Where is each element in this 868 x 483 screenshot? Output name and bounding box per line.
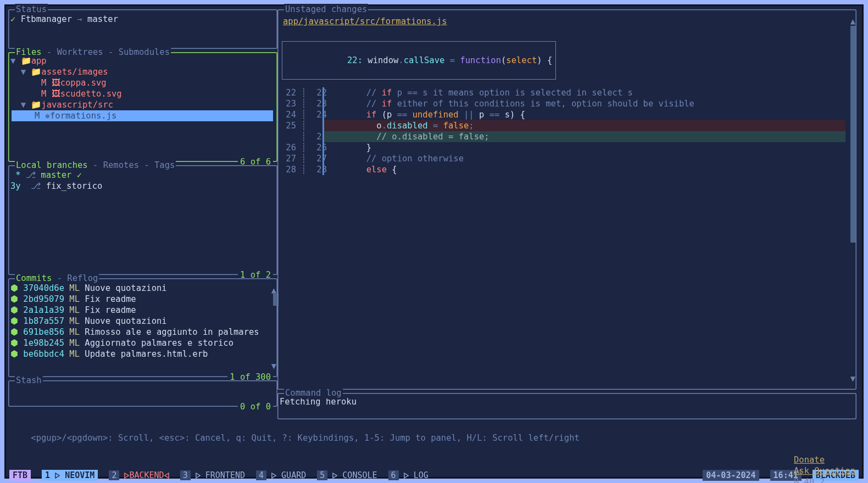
svg-marker-9 — [165, 473, 169, 478]
svg-marker-12 — [333, 473, 337, 478]
window-console[interactable]: 5 CONSOLE — [317, 470, 377, 481]
session-name[interactable]: FTB — [9, 470, 31, 481]
tab-remotes[interactable]: Remotes — [103, 160, 139, 170]
window-frontend[interactable]: 3 FRONTEND — [180, 470, 245, 481]
svg-rect-0 — [9, 10, 277, 49]
window-backend[interactable]: 2 BACKEND — [109, 470, 169, 481]
svg-rect-4 — [9, 381, 277, 407]
command-log-panel[interactable]: Command log Fetching heroku — [277, 393, 856, 419]
tab-submodules[interactable]: Submodules — [119, 47, 170, 57]
scroll-down-icon[interactable]: ▼ — [850, 373, 855, 384]
svg-marker-7 — [55, 473, 59, 478]
svg-marker-10 — [196, 473, 200, 478]
tab-worktrees[interactable]: Worktrees — [57, 47, 103, 57]
diff-panel[interactable]: Unstaged changes app/javascript/src/form… — [277, 9, 856, 390]
svg-rect-1 — [9, 53, 277, 162]
tab-local-branches[interactable]: Local branches — [16, 160, 88, 170]
status-panel[interactable]: Status ✓ Ftbmanager → master — [8, 9, 277, 49]
diff-title: Unstaged changes — [284, 4, 368, 15]
svg-rect-2 — [9, 166, 277, 275]
window-log[interactable]: 6 LOG — [388, 470, 429, 481]
tab-commits[interactable]: Commits — [16, 273, 52, 283]
cmdlog-title: Command log — [284, 387, 343, 398]
scroll-up-icon[interactable]: ▲ — [850, 16, 855, 27]
svg-rect-3 — [9, 279, 277, 377]
svg-rect-6 — [278, 394, 856, 419]
tmux-statusbar: FTB 1 NEOVIM2 BACKEND3 FRONTEND4 GUARD5 … — [6, 469, 862, 483]
tab-reflog[interactable]: Reflog — [67, 273, 98, 283]
window-neovim[interactable]: 1 NEOVIM — [42, 470, 98, 481]
stash-counter: 0 of 0 — [238, 401, 273, 412]
scroll-down-icon[interactable]: ▼ — [271, 361, 276, 372]
svg-rect-5 — [278, 10, 856, 390]
status-title: Status — [15, 4, 48, 15]
status-date: 04-03-2024 — [703, 470, 759, 481]
scrollbar-thumb[interactable] — [850, 26, 856, 243]
window-guard[interactable]: 4 GUARD — [256, 470, 306, 481]
svg-marker-8 — [125, 473, 129, 478]
commits-panel[interactable]: Commits - Reflog ⬢ 37040d6e ML Nuove quo… — [8, 278, 277, 377]
svg-marker-13 — [404, 473, 408, 478]
donate-link[interactable]: Donate — [794, 455, 825, 465]
tab-files[interactable]: Files — [16, 47, 42, 57]
files-panel[interactable]: Files - Worktrees - Submodules ▼ 📁app ▼ … — [8, 52, 277, 162]
version-label: 0.40.2 — [794, 477, 825, 483]
help-line: <pgup>/<pgdown>: Scroll, <esc>: Cancel, … — [6, 419, 862, 469]
ask-question-link[interactable]: Ask Question — [794, 466, 855, 476]
stash-title: Stash — [15, 375, 43, 386]
svg-marker-11 — [272, 473, 276, 478]
tab-tags[interactable]: Tags — [154, 160, 175, 170]
stash-panel[interactable]: Stash 0 of 0 — [8, 380, 277, 407]
branches-panel[interactable]: Local branches - Remotes - Tags * ⎇ mast… — [8, 165, 277, 275]
